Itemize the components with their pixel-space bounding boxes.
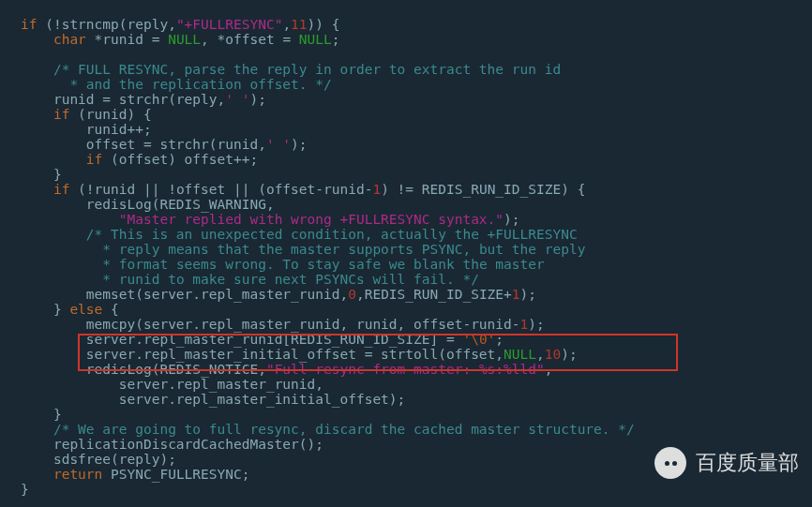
code-line: memcpy(server.repl_master_runid, runid, … xyxy=(86,317,545,332)
code-comment: /* This is an unexpected condition, actu… xyxy=(86,227,578,242)
watermark: 百度质量部 xyxy=(654,447,799,479)
watermark-text: 百度质量部 xyxy=(696,455,799,470)
code-line: } xyxy=(53,167,62,182)
code-line: } xyxy=(21,482,29,497)
code-line: replicationDiscardCachedMaster(); xyxy=(53,437,323,452)
code-line: if (!strncmp(reply,"+FULLRESYNC",11)) { xyxy=(21,17,340,32)
code-line: redisLog(REDIS_WARNING, xyxy=(86,197,275,212)
code-line: server.repl_master_runid, xyxy=(119,377,323,392)
code-line: if (!runid || !offset || (offset-runid-1… xyxy=(53,182,585,197)
code-line: char *runid = NULL, *offset = NULL; xyxy=(53,32,340,47)
code-line: server.repl_master_initial_offset = strt… xyxy=(86,347,578,362)
code-block: if (!strncmp(reply,"+FULLRESYNC",11)) { … xyxy=(0,0,812,497)
code-line: "Master replied with wrong +FULLRESYNC s… xyxy=(119,212,520,227)
code-comment: /* We are going to full resync, discard … xyxy=(53,422,635,437)
code-comment: * reply means that the master supports P… xyxy=(21,242,585,257)
wechat-icon xyxy=(654,447,686,479)
code-line: runid++; xyxy=(86,122,152,137)
code-line: } xyxy=(53,407,62,422)
code-comment: * and the replication offset. */ xyxy=(21,77,332,92)
code-line: if (runid) { xyxy=(53,107,152,122)
code-comment: /* FULL RESYNC, parse the reply in order… xyxy=(53,62,561,77)
code-line: redisLog(REDIS_NOTICE,"Full resync from … xyxy=(86,362,553,377)
code-comment: * runid to make sure next PSYNCs will fa… xyxy=(21,272,479,287)
code-comment: * format seems wrong. To stay safe we bl… xyxy=(21,257,545,272)
code-line: } else { xyxy=(53,302,119,317)
code-line: server.repl_master_initial_offset); xyxy=(119,392,406,407)
code-line: offset = strchr(runid,' '); xyxy=(86,137,308,152)
code-line: sdsfree(reply); xyxy=(53,452,176,467)
code-line: memset(server.repl_master_runid,0,REDIS_… xyxy=(86,287,536,302)
code-line: return PSYNC_FULLRESYNC; xyxy=(53,467,250,482)
code-line: server.repl_master_runid[REDIS_RUN_ID_SI… xyxy=(86,332,504,347)
code-line: runid = strchr(reply,' '); xyxy=(53,92,266,107)
code-line: if (offset) offset++; xyxy=(86,152,258,167)
